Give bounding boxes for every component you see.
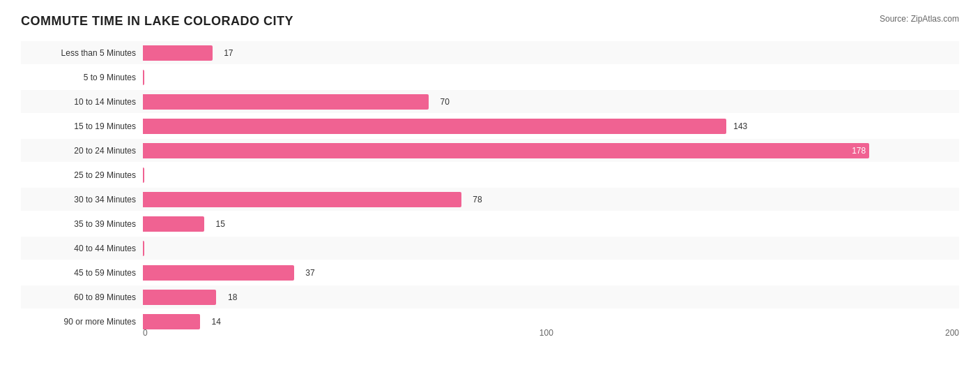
chart-header: COMMUTE TIME IN LAKE COLORADO CITY Sourc… bbox=[21, 14, 959, 29]
bar-row: 35 to 39 Minutes15 bbox=[21, 212, 959, 235]
bar-track: 14 bbox=[143, 314, 959, 329]
bar-row: 10 to 14 Minutes70 bbox=[21, 90, 959, 113]
bar-label: 15 to 19 Minutes bbox=[21, 121, 143, 131]
bar-fill: 18 bbox=[143, 290, 216, 305]
bar-fill: 15 bbox=[143, 216, 204, 232]
chart-container: COMMUTE TIME IN LAKE COLORADO CITY Sourc… bbox=[0, 0, 980, 365]
bar-fill: 14 bbox=[143, 314, 200, 329]
bar-label: 20 to 24 Minutes bbox=[21, 146, 143, 156]
bar-track: 17 bbox=[143, 45, 959, 61]
x-axis: 0100200 bbox=[143, 328, 959, 338]
bars-area: Less than 5 Minutes175 to 9 Minutes10 to… bbox=[21, 41, 959, 313]
bar-label: 5 to 9 Minutes bbox=[21, 73, 143, 82]
bar-value: 37 bbox=[305, 268, 314, 278]
bar-label: Less than 5 Minutes bbox=[21, 48, 143, 58]
bar-label: 10 to 14 Minutes bbox=[21, 97, 143, 107]
bar-row: Less than 5 Minutes17 bbox=[21, 41, 959, 64]
bar-value: 17 bbox=[224, 48, 233, 58]
bar-track: 15 bbox=[143, 216, 959, 232]
bar-fill: 178 bbox=[143, 143, 869, 158]
bar-value: 14 bbox=[212, 317, 221, 327]
x-tick: 200 bbox=[945, 328, 959, 338]
bar-label: 35 to 39 Minutes bbox=[21, 219, 143, 229]
bar-fill: 143 bbox=[143, 119, 726, 134]
bar-row: 40 to 44 Minutes bbox=[21, 237, 959, 260]
bar-row: 20 to 24 Minutes178 bbox=[21, 139, 959, 162]
bar-label: 40 to 44 Minutes bbox=[21, 244, 143, 253]
x-tick: 0 bbox=[143, 328, 148, 338]
bar-row: 15 to 19 Minutes143 bbox=[21, 114, 959, 137]
chart-title: COMMUTE TIME IN LAKE COLORADO CITY bbox=[21, 14, 293, 29]
bar-fill bbox=[143, 70, 144, 85]
bar-track: 37 bbox=[143, 265, 959, 281]
bar-label: 45 to 59 Minutes bbox=[21, 268, 143, 278]
bar-value: 70 bbox=[440, 97, 449, 107]
bar-value: 15 bbox=[215, 219, 224, 229]
bar-fill: 70 bbox=[143, 94, 429, 110]
bar-row: 30 to 34 Minutes78 bbox=[21, 188, 959, 211]
bar-track bbox=[143, 241, 959, 256]
bar-value: 78 bbox=[473, 195, 482, 204]
chart-source: Source: ZipAtlas.com bbox=[880, 14, 959, 24]
bar-fill bbox=[143, 167, 144, 183]
bar-value: 178 bbox=[852, 146, 866, 156]
bar-track bbox=[143, 167, 959, 183]
bar-value: 143 bbox=[733, 121, 747, 131]
x-tick: 100 bbox=[539, 328, 553, 338]
bar-row: 60 to 89 Minutes18 bbox=[21, 285, 959, 308]
bar-label: 90 or more Minutes bbox=[21, 317, 143, 327]
bar-track: 78 bbox=[143, 192, 959, 207]
bar-row: 5 to 9 Minutes bbox=[21, 66, 959, 89]
bar-track: 178 bbox=[143, 143, 959, 158]
bar-fill bbox=[143, 241, 144, 256]
bar-row: 25 to 29 Minutes bbox=[21, 163, 959, 186]
bar-label: 25 to 29 Minutes bbox=[21, 170, 143, 180]
bar-fill: 37 bbox=[143, 265, 294, 281]
bar-fill: 17 bbox=[143, 45, 213, 61]
bar-fill: 78 bbox=[143, 192, 461, 207]
bar-track: 143 bbox=[143, 119, 959, 134]
bar-track bbox=[143, 70, 959, 85]
bar-track: 70 bbox=[143, 94, 959, 110]
bar-value: 18 bbox=[228, 292, 237, 302]
bar-track: 18 bbox=[143, 290, 959, 305]
bar-label: 60 to 89 Minutes bbox=[21, 292, 143, 302]
bar-row: 45 to 59 Minutes37 bbox=[21, 261, 959, 284]
bar-label: 30 to 34 Minutes bbox=[21, 195, 143, 204]
